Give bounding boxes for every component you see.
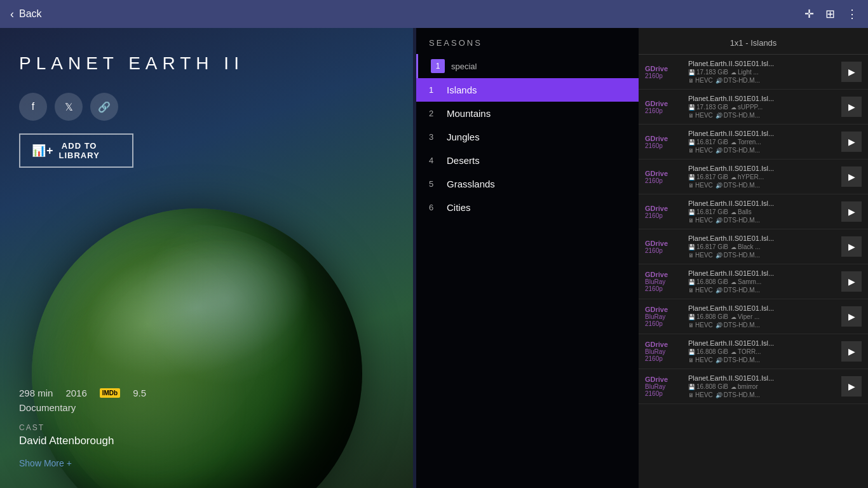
audio: DTS-HD.M... (724, 356, 760, 363)
monitor-icon: 🖥 (688, 252, 694, 259)
file-info: Planet.Earth.II.S01E01.Isl... 💾 16.817 G… (688, 130, 836, 154)
play-button-7[interactable]: ▶ (841, 306, 862, 327)
source-res: 2160p (645, 107, 663, 114)
season-number: 5 (429, 179, 438, 189)
twitter-button[interactable]: 𝕏 (55, 93, 83, 121)
season-number: 2 (429, 109, 438, 118)
file-cloud: sUPPP... (738, 104, 763, 111)
monitor-icon: 🖥 (688, 322, 694, 329)
source-name: GDrive (645, 100, 668, 107)
file-item-1: GDrive 2160p Planet.Earth.II.S01E01.Isl.… (639, 90, 868, 125)
file-source: GDrive BluRay 2160p (645, 306, 683, 327)
file-size: 16.817 GiB (696, 208, 728, 215)
codec: HEVC (695, 112, 713, 119)
play-button-8[interactable]: ▶ (841, 341, 862, 362)
add-library-icon: 📊+ (32, 144, 54, 158)
file-name: Planet.Earth.II.S01E01.Isl... (688, 165, 836, 172)
audio-item: 🔊 DTS-HD.M... (715, 322, 760, 329)
audio: DTS-HD.M... (724, 77, 760, 84)
file-size-item: 💾 16.808 GiB (688, 383, 728, 390)
source-name: GDrive (645, 135, 668, 142)
file-cloud: Viper ... (738, 313, 759, 320)
left-panel: PLANET EARTH II f 𝕏 🔗 📊+ ADD TOLIBRARY 2… (0, 28, 413, 488)
file-codec-details: 🖥 HEVC 🔊 DTS-HD.M... (688, 147, 836, 154)
audio-item: 🔊 DTS-HD.M... (715, 182, 760, 189)
play-button-0[interactable]: ▶ (841, 62, 862, 82)
add-to-library-button[interactable]: 📊+ ADD TOLIBRARY (19, 133, 133, 168)
play-button-9[interactable]: ▶ (841, 376, 862, 396)
file-source: GDrive BluRay 2160p (645, 376, 683, 397)
file-cloud: Black ... (738, 243, 761, 250)
audio-item: 🔊 DTS-HD.M... (715, 356, 760, 363)
file-item-3: GDrive 2160p Planet.Earth.II.S01E01.Isl.… (639, 159, 868, 194)
file-cloud-item: ☁ Samm... (731, 278, 761, 285)
show-more-link[interactable]: Show More + (19, 458, 72, 468)
puzzle-icon[interactable]: ✛ (804, 7, 814, 21)
hdd-icon: 💾 (688, 384, 695, 390)
file-name: Planet.Earth.II.S01E01.Isl... (688, 374, 836, 382)
file-cloud-item: ☁ hYPER... (731, 173, 764, 180)
play-button-2[interactable]: ▶ (841, 132, 862, 152)
season-item-grasslands[interactable]: 5 Grasslands (416, 172, 639, 196)
file-name: Planet.Earth.II.S01E01.Isl... (688, 130, 836, 137)
season-special-item[interactable]: 1 special (416, 54, 639, 78)
source-name: GDrive (645, 205, 668, 212)
source-name: GDrive (645, 271, 668, 278)
file-name: Planet.Earth.II.S01E01.Isl... (688, 269, 836, 277)
back-arrow-icon: ‹ (10, 8, 14, 21)
file-cloud: bmirror (738, 383, 758, 390)
play-button-5[interactable]: ▶ (841, 236, 862, 257)
source-type: BluRay (645, 348, 665, 355)
hdd-icon: 💾 (688, 244, 695, 250)
monitor-icon: 🖥 (688, 112, 694, 119)
more-icon[interactable]: ⋮ (846, 7, 858, 21)
files-list: GDrive 2160p Planet.Earth.II.S01E01.Isl.… (639, 55, 868, 404)
file-info: Planet.Earth.II.S01E01.Isl... 💾 17.183 G… (688, 60, 836, 84)
file-details: 💾 17.183 GiB ☁ sUPPP... (688, 104, 836, 111)
add-library-label: ADD TOLIBRARY (59, 141, 100, 160)
codec: HEVC (695, 217, 713, 224)
file-size-item: 💾 16.808 GiB (688, 278, 728, 285)
file-info: Planet.Earth.II.S01E01.Isl... 💾 16.808 G… (688, 339, 836, 363)
source-type: BluRay (645, 313, 665, 320)
audio: DTS-HD.M... (724, 147, 760, 154)
hdd-icon: 💾 (688, 349, 695, 355)
cloud-icon: ☁ (731, 384, 736, 390)
file-details: 💾 16.808 GiB ☁ Viper ... (688, 313, 836, 320)
file-source: GDrive BluRay 2160p (645, 341, 683, 362)
hdd-icon: 💾 (688, 279, 695, 285)
facebook-button[interactable]: f (19, 93, 47, 121)
play-button-4[interactable]: ▶ (841, 201, 862, 222)
meta-row-primary: 298 min 2016 IMDb 9.5 (19, 388, 394, 398)
cloud-icon: ☁ (731, 349, 736, 355)
file-info: Planet.Earth.II.S01E01.Isl... 💾 16.808 G… (688, 304, 836, 329)
file-size-item: 💾 16.817 GiB (688, 173, 728, 180)
codec-item: 🖥 HEVC (688, 217, 713, 224)
file-size-item: 💾 16.817 GiB (688, 208, 728, 215)
play-button-6[interactable]: ▶ (841, 271, 862, 292)
source-res: 2160p (645, 390, 663, 397)
season-item-mountains[interactable]: 2 Mountains (416, 102, 639, 125)
audio: DTS-HD.M... (724, 182, 760, 189)
link-button[interactable]: 🔗 (90, 93, 118, 121)
season-item-jungles[interactable]: 3 Jungles (416, 125, 639, 149)
grid-icon[interactable]: ⊞ (825, 7, 835, 21)
audio-icon: 🔊 (715, 392, 722, 398)
codec-item: 🖥 HEVC (688, 356, 713, 363)
monitor-icon: 🖥 (688, 78, 694, 84)
season-item-deserts[interactable]: 4 Deserts (416, 149, 639, 172)
season-item-islands[interactable]: 1 Islands (416, 78, 639, 102)
file-cloud-item: ☁ Torren... (731, 139, 761, 146)
back-button[interactable]: ‹ Back (10, 8, 42, 21)
audio-icon: 🔊 (715, 182, 722, 189)
file-size: 16.808 GiB (696, 313, 728, 320)
season-item-cities[interactable]: 6 Cities (416, 196, 639, 219)
play-button-3[interactable]: ▶ (841, 166, 862, 187)
duration: 298 min (19, 388, 53, 398)
source-res: 2160p (645, 285, 663, 292)
monitor-icon: 🖥 (688, 357, 694, 363)
play-button-1[interactable]: ▶ (841, 97, 862, 117)
file-size-item: 💾 17.183 GiB (688, 69, 728, 76)
file-source: GDrive 2160p (645, 240, 683, 254)
file-item-7: GDrive BluRay 2160p Planet.Earth.II.S01E… (639, 299, 868, 334)
